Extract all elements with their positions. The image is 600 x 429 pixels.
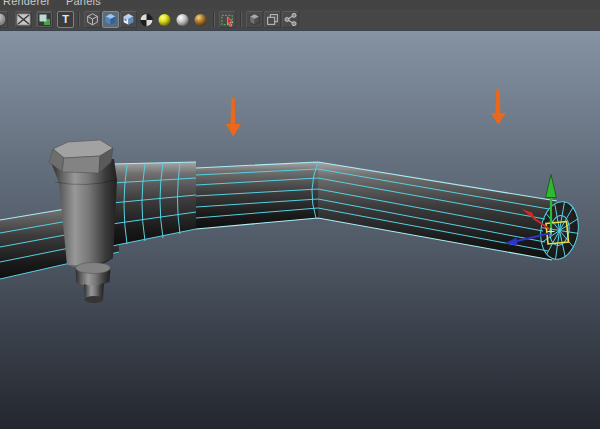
- panel-menubar: Renderer Panels: [0, 0, 600, 9]
- gray-cube-glyph: [247, 12, 262, 27]
- view-gate-icon[interactable]: [36, 11, 53, 28]
- yellow-sphere-glyph: [157, 12, 172, 28]
- flat-lighting-icon[interactable]: [174, 11, 191, 28]
- toolbar-separator: [78, 12, 80, 27]
- textured-cube-glyph: [121, 12, 136, 27]
- white-sphere-glyph: [175, 12, 190, 28]
- safe-title-glyph: T: [62, 14, 69, 25]
- default-lighting-icon[interactable]: [156, 11, 173, 28]
- sphere-partial-icon[interactable]: [0, 11, 8, 28]
- isolate-select-icon[interactable]: [219, 11, 236, 28]
- gold-sphere-glyph: [193, 12, 208, 28]
- wire-cube-glyph: [85, 12, 100, 27]
- node-network-glyph: [283, 12, 298, 27]
- viewport-3d[interactable]: [0, 30, 600, 429]
- squares-glyph: [37, 12, 52, 27]
- textured-cube-icon[interactable]: [120, 11, 137, 28]
- menu-panels[interactable]: Panels: [66, 0, 101, 7]
- node-network-icon[interactable]: [282, 11, 299, 28]
- panel-toolbar: T: [0, 9, 600, 30]
- sphere-glyph: [0, 12, 7, 27]
- overlap-squares-glyph: [265, 12, 280, 27]
- shaded-cube-glyph: [103, 12, 118, 27]
- maya-viewport-panel: Renderer Panels T: [0, 0, 600, 429]
- checker-sphere-icon[interactable]: [138, 11, 155, 28]
- isolate-select-glyph: [220, 12, 235, 28]
- all-lights-icon[interactable]: [192, 11, 209, 28]
- safe-title-icon[interactable]: T: [57, 11, 74, 28]
- menu-renderer[interactable]: Renderer: [3, 0, 50, 7]
- overlap-squares-icon[interactable]: [264, 11, 281, 28]
- xray-cube-icon[interactable]: [246, 11, 263, 28]
- shaded-cube-icon[interactable]: [102, 11, 119, 28]
- toolbar-separator: [240, 12, 242, 27]
- checker-sphere-glyph: [139, 12, 154, 28]
- wireframe-cube-icon[interactable]: [84, 11, 101, 28]
- x-box-glyph: [16, 12, 31, 27]
- gate-mask-icon[interactable]: [15, 11, 32, 28]
- toolbar-separator: [213, 12, 215, 27]
